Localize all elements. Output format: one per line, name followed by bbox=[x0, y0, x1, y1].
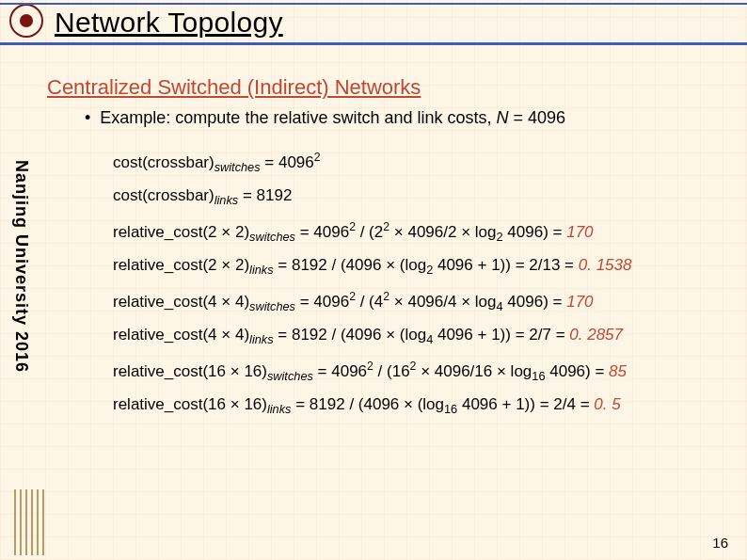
result-170b: 170 bbox=[566, 293, 593, 311]
result-85: 85 bbox=[609, 362, 627, 380]
result-170: 170 bbox=[566, 223, 593, 241]
page-number: 16 bbox=[712, 535, 728, 551]
bullet-text: Example: compute the relative switch and… bbox=[100, 108, 496, 127]
decoration-lines-icon bbox=[42, 489, 44, 555]
rel-cost-16x16-links: relative_cost(16 × 16)links = 8192 / (40… bbox=[113, 395, 719, 417]
cost-crossbar-switches: cost(crossbar)switches = 40962 bbox=[113, 151, 719, 174]
rel-cost-2x2-switches: relative_cost(2 × 2)switches = 40962 / (… bbox=[113, 220, 719, 244]
result-0-1538: 0. 1538 bbox=[579, 256, 632, 274]
bullet-dot-icon: • bbox=[85, 108, 90, 127]
sidebar-text: Nanjing University 2016 bbox=[11, 160, 31, 373]
slide-title: Network Topology bbox=[55, 7, 747, 39]
variable-n-value: = 4096 bbox=[509, 108, 566, 127]
title-bar: Network Topology bbox=[0, 3, 747, 45]
rel-cost-4x4-links: relative_cost(4 × 4)links = 8192 / (4096… bbox=[113, 326, 719, 347]
variable-n: N bbox=[497, 108, 509, 127]
cost-crossbar-links: cost(crossbar)links = 8192 bbox=[113, 186, 719, 208]
rel-cost-2x2-links: relative_cost(2 × 2)links = 8192 / (4096… bbox=[113, 256, 719, 278]
result-0-5: 0. 5 bbox=[594, 395, 620, 413]
section-heading: Centralized Switched (Indirect) Networks bbox=[47, 75, 421, 100]
example-bullet: •Example: compute the relative switch an… bbox=[85, 108, 719, 128]
content-area: cost(crossbar)switches = 40962 cost(cros… bbox=[113, 151, 719, 429]
rel-cost-4x4-switches: relative_cost(4 × 4)switches = 40962 / (… bbox=[113, 290, 719, 313]
result-0-2857: 0. 2857 bbox=[569, 326, 623, 344]
rel-cost-16x16-switches: relative_cost(16 × 16)switches = 40962 /… bbox=[113, 360, 719, 383]
